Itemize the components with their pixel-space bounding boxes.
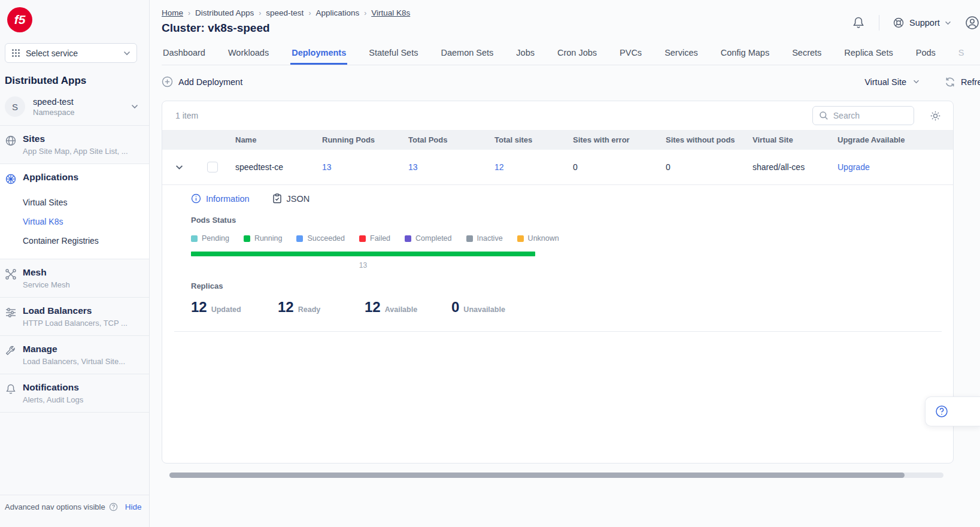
legend-swatch [191,235,198,242]
support-menu[interactable]: Support [893,17,951,29]
help-circle-icon [109,502,118,511]
namespace-name: speed-test [33,97,74,107]
notifications-bell-icon[interactable] [851,16,866,30]
breadcrumb-speed-test[interactable]: speed-test [266,8,304,17]
stat-updated: 12 Updated [191,299,278,316]
virtual-site-dropdown[interactable]: Virtual Site [864,77,920,87]
breadcrumb-virtual-k8s[interactable]: Virtual K8s [371,8,410,17]
legend-item-running: Running [244,234,283,243]
sidebar-item-virtual-k8s[interactable]: Virtual K8s [23,212,149,231]
table-settings-gear-icon[interactable] [930,110,941,122]
sidebar-item-mesh[interactable]: Mesh Service Mesh [0,259,149,297]
table-row: speedtest-ce 13 13 12 0 0 shared/all-ces… [162,150,953,185]
sidebar-item-notifications[interactable]: Notifications Alerts, Audit Logs [0,374,149,412]
search-box[interactable] [812,106,914,125]
page-header: Home › Distributed Apps › speed-test › A… [150,0,980,35]
cell-sites-without-pods: 0 [660,162,747,172]
legend-item-unknown: Unknown [517,234,559,243]
col-upgrade-available: Upgrade Available [832,135,953,144]
life-ring-icon [893,17,905,29]
deployments-card: 1 item Name Running Pods Total Pods Tota… [162,101,954,464]
tab-workloads[interactable]: Workloads [227,44,270,65]
sidebar-item-sites[interactable]: Sites App Site Map, App Site List, ... [0,125,149,163]
horizontal-scrollbar-thumb[interactable] [169,473,905,478]
sidebar-item-container-registries[interactable]: Container Registries [23,231,149,250]
legend-swatch [405,235,411,242]
advanced-nav-text: Advanced nav options visible [5,502,105,511]
breadcrumb-distributed-apps[interactable]: Distributed Apps [195,8,254,17]
sidebar-section-title: Distributed Apps [5,75,149,87]
tab-pvcs[interactable]: PVCs [618,44,643,65]
breadcrumb-home[interactable]: Home [162,8,183,17]
table-header-row: Name Running Pods Total Pods Total sites… [162,130,953,150]
breadcrumb-separator: › [259,9,261,17]
info-circle-icon [191,193,201,204]
sidebar-item-label: Load Balancers [23,305,128,316]
tab-daemon-sets[interactable]: Daemon Sets [439,44,494,65]
select-service-dropdown[interactable]: Select service [5,43,137,63]
sidebar-footer: Advanced nav options visible Hide [0,495,149,527]
breadcrumb: Home › Distributed Apps › speed-test › A… [162,8,410,17]
detail-tab-information[interactable]: Information [191,193,250,204]
globe-icon [5,134,18,156]
sidebar-item-applications[interactable]: Applications [0,163,149,193]
sidebar-item-load-balancers[interactable]: Load Balancers HTTP Load Balancers, TCP … [0,297,149,335]
stat-label: Unavailable [463,305,505,314]
tab-jobs[interactable]: Jobs [515,44,536,65]
load-balancer-icon [5,305,18,328]
cell-running-pods-link[interactable]: 13 [316,162,402,172]
col-sites-without-pods: Sites without pods [660,135,747,144]
hide-advanced-nav-link[interactable]: Hide [125,502,142,511]
cell-sites-with-error: 0 [567,162,660,172]
refresh-button[interactable]: Refresh [945,77,980,87]
row-checkbox[interactable] [207,162,218,172]
tab-pods[interactable]: Pods [915,44,937,65]
cell-upgrade-link[interactable]: Upgrade [832,162,953,172]
col-total-pods: Total Pods [402,135,489,144]
sidebar-item-virtual-sites[interactable]: Virtual Sites [23,193,149,212]
sidebar-item-subtitle: HTTP Load Balancers, TCP ... [23,319,128,328]
legend-swatch [359,235,366,242]
refresh-label: Refresh [961,77,980,87]
virtual-site-label: Virtual Site [864,77,906,87]
detail-tabbar: Information JSON [191,193,941,204]
kubernetes-icon [5,172,18,185]
sidebar-item-label: Sites [23,134,128,144]
row-expander-chevron-icon[interactable] [162,165,196,170]
legend-swatch [517,235,524,242]
tab-replica-sets[interactable]: Replica Sets [843,44,894,65]
search-input[interactable] [833,111,899,120]
legend-item-pending: Pending [191,234,229,243]
tab-services[interactable]: Services [663,44,699,65]
namespace-selector[interactable]: S speed-test Namespace [5,96,149,117]
tab-deployments[interactable]: Deployments [290,44,347,65]
sidebar-item-label: Applications [23,172,78,183]
legend-label: Inactive [477,234,503,243]
json-clipboard-icon [272,193,282,204]
user-menu[interactable] [964,15,980,31]
tab-config-maps[interactable]: Config Maps [720,44,770,65]
detail-tab-json-label: JSON [287,194,310,204]
detail-tab-json[interactable]: JSON [272,193,310,204]
tab-cron-jobs[interactable]: Cron Jobs [556,44,598,65]
stat-label: Available [385,305,417,314]
tab-dashboard[interactable]: Dashboard [162,44,207,65]
chevron-down-icon [945,21,951,25]
namespace-type: Namespace [33,108,74,117]
tab-secrets[interactable]: Secrets [791,44,823,65]
help-fab[interactable] [925,396,980,426]
cell-total-pods-link[interactable]: 13 [402,162,489,172]
add-deployment-button[interactable]: Add Deployment [162,76,242,87]
cell-total-sites-link[interactable]: 12 [489,162,567,172]
tab-truncated[interactable]: S [957,44,966,65]
card-header: 1 item [162,101,953,130]
breadcrumb-separator: › [188,9,190,17]
pods-status-bar-value: 13 [191,261,535,269]
breadcrumb-applications[interactable]: Applications [315,8,359,17]
applications-children: Virtual Sites Virtual K8s Container Regi… [0,193,149,259]
sidebar-item-manage[interactable]: Manage Load Balancers, Virtual Site... [0,335,149,374]
legend-item-inactive: Inactive [466,234,503,243]
question-circle-icon [935,405,948,418]
plus-circle-icon [162,76,173,87]
tab-stateful-sets[interactable]: Stateful Sets [368,44,419,65]
